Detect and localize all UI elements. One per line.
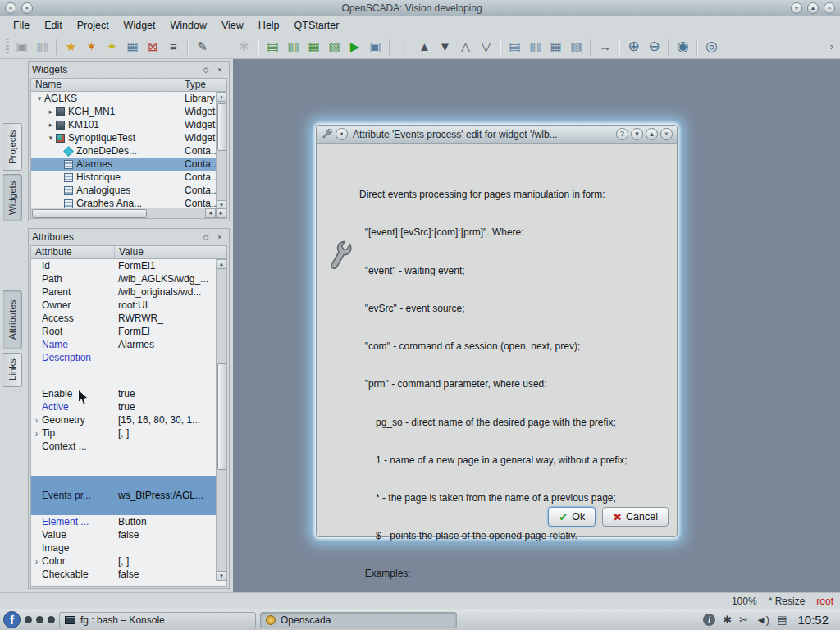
window-new-icon[interactable]: ▣ <box>11 36 32 57</box>
quick-launch-icon[interactable] <box>36 616 43 623</box>
align-hcenter-icon[interactable]: ▥ <box>525 36 546 57</box>
dev-wrench-icon[interactable]: ✱ <box>234 36 254 57</box>
attribute-row-access[interactable]: AccessRWRWR_ <box>31 312 216 325</box>
menu-qtstarter[interactable]: QTStarter <box>288 18 346 33</box>
item-delete-icon[interactable]: ⊠ <box>143 36 163 57</box>
tab-links[interactable]: Links <box>3 353 22 387</box>
page-icon[interactable]: ▣ <box>365 36 386 57</box>
attribute-row-events-process[interactable]: Events pr...ws_BtPress:/AGL... <box>31 476 216 515</box>
attribute-row-owner[interactable]: Ownerroot:UI <box>31 299 216 312</box>
align-left-icon[interactable]: ▤ <box>504 36 525 57</box>
item-edit-icon[interactable]: ✎ <box>192 36 212 57</box>
run-project-icon[interactable]: ▶ <box>345 36 365 57</box>
column-attribute[interactable]: Attribute <box>31 246 115 258</box>
cursor-mode-icon[interactable]: ◎ <box>701 36 722 57</box>
attribute-row-id[interactable]: IdFormEl1 <box>31 259 216 272</box>
column-name[interactable]: Name <box>31 79 180 91</box>
expand-arrow-icon[interactable]: › <box>31 429 42 438</box>
panel-close-button[interactable]: × <box>214 231 226 243</box>
attribute-row-enable[interactable]: Enabletrue <box>31 387 216 400</box>
widget-panel-icon[interactable]: ▤ <box>262 36 283 57</box>
expander-open-icon[interactable]: ▾ <box>46 134 56 142</box>
zoom-out-icon[interactable]: ⊖ <box>644 36 664 57</box>
item-props-icon[interactable]: ≡ <box>163 36 184 57</box>
minimize-button[interactable]: ▾ <box>791 2 802 14</box>
tab-projects[interactable]: Projects <box>3 123 22 171</box>
dialog-close-button[interactable]: × <box>660 128 673 140</box>
klipper-scissors-icon[interactable]: ✂ <box>739 614 748 626</box>
menu-widget[interactable]: Widget <box>117 18 162 33</box>
tree-row-alarmes[interactable]: Alarmes Conta... <box>31 158 226 171</box>
dialog-help-button[interactable]: ? <box>616 128 628 140</box>
info-icon[interactable]: i <box>703 614 715 626</box>
scroll-thumb[interactable] <box>217 363 226 470</box>
scroll-right-icon[interactable]: ▸ <box>216 208 226 218</box>
tree-vertical-scrollbar[interactable]: ▴ ▾ <box>216 92 226 210</box>
attribute-row-parent[interactable]: Parent/wlb_originals/wd... <box>31 285 216 299</box>
widget-form-icon[interactable]: ▦ <box>304 36 324 57</box>
next-page-icon[interactable]: → <box>595 36 615 57</box>
clipboard-icon[interactable]: ▤ <box>777 614 787 626</box>
tree-row-kch-mn1[interactable]: ▸KCH_MN1 Widget <box>31 105 226 118</box>
tree-horizontal-scrollbar[interactable]: ◂ ▸ <box>31 208 226 218</box>
quick-launch-icon[interactable] <box>25 616 32 623</box>
lower-icon[interactable]: ▼ <box>435 36 455 57</box>
quick-launch-icon[interactable] <box>48 616 55 623</box>
tab-attributes[interactable]: Attributes <box>3 290 22 349</box>
task-openscada[interactable]: Openscada <box>260 612 457 628</box>
align-right-icon[interactable]: ▦ <box>546 36 566 57</box>
expander-closed-icon[interactable]: ▸ <box>46 107 56 116</box>
scroll-thumb[interactable] <box>217 103 226 151</box>
attributes-vertical-scrollbar[interactable]: ▴ ▾ <box>216 259 226 581</box>
settings-gear-icon[interactable]: ✱ <box>723 614 732 626</box>
attribute-row-path[interactable]: Path/wlb_AGLKS/wdg_... <box>31 272 216 285</box>
lib-save-icon[interactable]: ✶ <box>81 36 102 57</box>
menu-help[interactable]: Help <box>252 18 286 33</box>
tree-row-synoptiquetest[interactable]: ▾SynoptiqueTest Widget <box>31 131 226 144</box>
panel-float-button[interactable]: ◇ <box>200 231 212 243</box>
window-menu-button[interactable]: • <box>5 2 16 14</box>
zoom-fit-icon[interactable]: ◉ <box>673 36 693 57</box>
item-add-icon[interactable]: ▦ <box>122 36 143 57</box>
zoom-in-icon[interactable]: ⊕ <box>623 36 644 57</box>
menu-project[interactable]: Project <box>71 18 116 33</box>
panel-close-button[interactable]: × <box>214 64 226 75</box>
menu-file[interactable]: File <box>7 18 36 33</box>
menu-window[interactable]: Window <box>164 18 213 33</box>
toolbar-grip[interactable] <box>6 39 9 55</box>
attribute-row-color[interactable]: ›Color[, ] <box>31 555 216 568</box>
ok-button[interactable]: ✔ Ok <box>548 507 596 527</box>
attribute-row-root[interactable]: RootFormEl <box>31 325 216 338</box>
scroll-up-icon[interactable]: ▴ <box>217 92 227 102</box>
lib-load-icon[interactable]: ★ <box>61 36 81 57</box>
toolbar-overflow-icon[interactable]: › <box>830 40 837 52</box>
attribute-row-image[interactable]: Image <box>31 541 216 555</box>
column-value[interactable]: Value <box>115 246 226 258</box>
attribute-row-element[interactable]: Element ...Button <box>31 515 216 528</box>
start-menu-button[interactable]: f <box>3 611 21 628</box>
volume-icon[interactable]: ◄) <box>756 614 769 626</box>
attribute-row-active[interactable]: Activetrue <box>31 400 216 413</box>
dialog-sticky-button[interactable]: • <box>336 128 348 140</box>
window-close-icon[interactable]: ▥ <box>32 36 52 57</box>
task-konsole[interactable]: fg : bash – Konsole <box>59 612 256 628</box>
lib-new-icon[interactable]: ✦ <box>102 36 122 57</box>
scroll-left-icon[interactable]: ◂ <box>205 208 216 218</box>
scroll-up-icon[interactable]: ▴ <box>217 259 227 269</box>
scroll-thumb[interactable] <box>32 209 147 218</box>
clock[interactable]: 10:52 <box>797 613 829 627</box>
attribute-row-context[interactable]: Context ... <box>31 440 216 476</box>
cancel-button[interactable]: ✖ Cancel <box>602 507 669 527</box>
rise-icon[interactable]: ▲ <box>414 36 435 57</box>
raise-top-icon[interactable]: △ <box>455 36 476 57</box>
dialog-unshade-button[interactable]: ▴ <box>646 128 658 140</box>
scroll-down-icon[interactable]: ▾ <box>217 571 227 581</box>
tree-row-historique[interactable]: Historique Conta... <box>31 171 226 184</box>
attribute-row-checkable[interactable]: Checkablefalse <box>31 568 216 581</box>
align-vcenter-icon[interactable]: ▧ <box>566 36 587 57</box>
maximize-button[interactable]: ▴ <box>807 2 819 14</box>
attribute-row-name[interactable]: NameAlarmes <box>31 338 216 351</box>
dots-handle-icon[interactable]: ⋮ <box>394 36 414 57</box>
tab-widgets[interactable]: Widgets <box>3 174 22 221</box>
widget-media-icon[interactable]: ▧ <box>324 36 345 57</box>
